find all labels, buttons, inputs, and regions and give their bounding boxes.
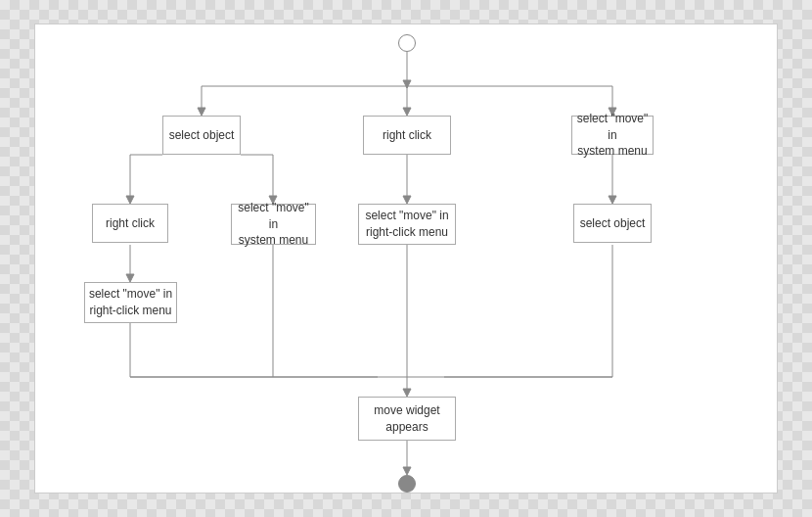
node-select-object-top: select object — [162, 116, 241, 155]
svg-marker-16 — [126, 274, 134, 282]
end-circle — [398, 475, 416, 493]
svg-marker-1 — [403, 80, 411, 88]
svg-marker-6 — [403, 108, 411, 116]
node-select-move-rightclick-center: select "move" in right-click menu — [358, 204, 456, 245]
node-select-move-rightclick-left: select "move" in right-click menu — [84, 282, 177, 323]
node-select-move-system-left: select "move" in system menu — [231, 204, 316, 245]
svg-marker-31 — [403, 467, 411, 475]
diagram-container: select object right click select "move" … — [34, 24, 778, 494]
node-move-widget: move widget appears — [358, 397, 456, 441]
svg-marker-20 — [609, 196, 616, 204]
svg-marker-29 — [403, 389, 411, 397]
svg-marker-18 — [403, 196, 411, 204]
start-circle — [398, 34, 416, 52]
node-right-click-left: right click — [92, 204, 168, 243]
node-right-click-top: right click — [363, 116, 451, 155]
node-select-object-right: select object — [573, 204, 652, 243]
svg-marker-11 — [126, 196, 134, 204]
svg-marker-4 — [198, 108, 205, 116]
node-select-move-system-top: select "move" in system menu — [571, 116, 654, 155]
